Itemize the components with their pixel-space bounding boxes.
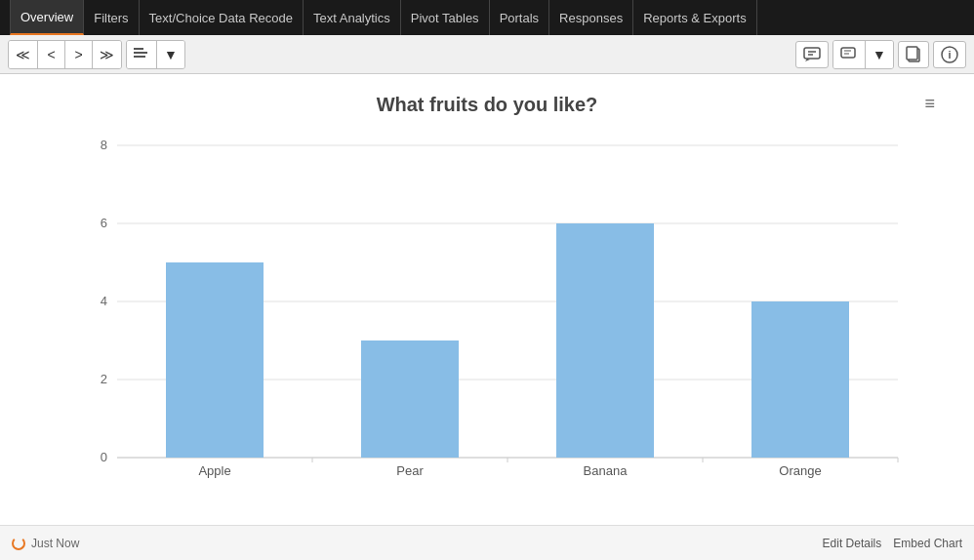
chart-title: What fruits do you like? xyxy=(39,94,935,116)
svg-text:2: 2 xyxy=(101,372,107,386)
comment-list-button[interactable] xyxy=(833,41,866,68)
svg-text:0: 0 xyxy=(101,450,107,464)
refresh-icon xyxy=(12,537,25,550)
embed-chart-link[interactable]: Embed Chart xyxy=(893,537,962,550)
bar-pear[interactable] xyxy=(361,340,459,458)
chart-menu-icon[interactable]: ≡ xyxy=(924,94,935,114)
svg-rect-11 xyxy=(907,47,917,60)
svg-text:Pear: Pear xyxy=(396,463,424,478)
chart-container: What fruits do you like? ≡ 0 2 4 6 xyxy=(39,94,935,505)
svg-rect-7 xyxy=(841,48,855,58)
view-options-button[interactable] xyxy=(127,41,157,68)
main-content: What fruits do you like? ≡ 0 2 4 6 xyxy=(0,74,974,525)
status-bar: Just Now Edit Details Embed Chart xyxy=(0,525,974,560)
nav-first-button[interactable]: ≪ xyxy=(9,41,38,68)
toolbar-left: ≪ < > ≫ ▼ xyxy=(8,40,185,69)
bar-banana[interactable] xyxy=(556,223,654,458)
svg-text:4: 4 xyxy=(101,294,107,308)
toolbar-right: ▼ i xyxy=(795,40,966,69)
toolbar: ≪ < > ≫ ▼ xyxy=(0,35,974,74)
nav-item-pivot-tables[interactable]: Pivot Tables xyxy=(401,0,490,35)
refresh-label: Just Now xyxy=(31,537,79,550)
status-right: Edit Details Embed Chart xyxy=(823,537,962,550)
bar-orange[interactable] xyxy=(751,301,849,458)
view-dropdown-button[interactable]: ▼ xyxy=(157,41,184,68)
bar-apple[interactable] xyxy=(166,262,264,458)
svg-rect-3 xyxy=(804,48,820,59)
svg-text:6: 6 xyxy=(101,216,107,230)
nav-button-group: ≪ < > ≫ xyxy=(8,40,122,69)
copy-button[interactable] xyxy=(898,41,929,68)
svg-rect-0 xyxy=(134,48,143,50)
svg-text:8: 8 xyxy=(101,138,107,152)
svg-rect-1 xyxy=(134,52,147,54)
svg-text:i: i xyxy=(948,49,951,60)
comment-button[interactable] xyxy=(795,41,829,68)
nav-item-responses[interactable]: Responses xyxy=(549,0,633,35)
view-button-group: ▼ xyxy=(126,40,185,69)
nav-item-reports[interactable]: Reports & Exports xyxy=(633,0,757,35)
top-navigation: Overview Filters Text/Choice Data Recode… xyxy=(0,0,974,35)
svg-text:Banana: Banana xyxy=(584,463,629,478)
nav-item-filters[interactable]: Filters xyxy=(84,0,139,35)
comment-options-group: ▼ xyxy=(832,40,894,69)
nav-next-button[interactable]: > xyxy=(65,41,93,68)
svg-text:Orange: Orange xyxy=(779,463,821,478)
info-button[interactable]: i xyxy=(933,41,966,68)
bar-chart: 0 2 4 6 8 Apple Pear Banana Oran xyxy=(78,126,917,487)
svg-rect-2 xyxy=(134,56,145,58)
nav-item-overview[interactable]: Overview xyxy=(10,0,84,35)
nav-item-portals[interactable]: Portals xyxy=(490,0,549,35)
status-left: Just Now xyxy=(12,537,79,550)
nav-item-text-choice[interactable]: Text/Choice Data Recode xyxy=(140,0,304,35)
comment-dropdown-button[interactable]: ▼ xyxy=(866,41,893,68)
nav-prev-button[interactable]: < xyxy=(38,41,65,68)
nav-item-text-analytics[interactable]: Text Analytics xyxy=(304,0,401,35)
edit-details-link[interactable]: Edit Details xyxy=(823,537,882,550)
chart-svg-wrapper: 0 2 4 6 8 Apple Pear Banana Oran xyxy=(39,126,935,491)
svg-text:Apple: Apple xyxy=(198,463,230,478)
nav-last-button[interactable]: ≫ xyxy=(93,41,121,68)
